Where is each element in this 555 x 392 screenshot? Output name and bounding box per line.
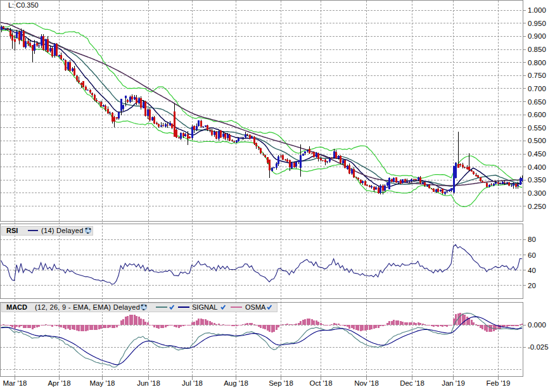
svg-text:20: 20 [528, 282, 536, 289]
svg-text:0.000: 0.000 [528, 321, 546, 329]
svg-text:Nov '18: Nov '18 [354, 379, 379, 387]
svg-text:(14) Delayed: (14) Delayed [41, 227, 84, 234]
svg-text:40: 40 [528, 267, 536, 274]
svg-text:0.600: 0.600 [528, 111, 546, 118]
svg-text:Apr '18: Apr '18 [48, 379, 70, 387]
svg-text:0.850: 0.850 [528, 46, 546, 53]
svg-text:0.450: 0.450 [528, 150, 546, 158]
svg-text:Dec '18: Dec '18 [400, 379, 424, 387]
svg-text:1.000: 1.000 [528, 6, 546, 14]
svg-text:0.500: 0.500 [528, 137, 546, 144]
svg-text:60: 60 [528, 251, 536, 259]
svg-text:0.250: 0.250 [528, 203, 546, 210]
svg-text:0.800: 0.800 [528, 59, 546, 66]
svg-text:Feb '19: Feb '19 [487, 379, 511, 387]
svg-text:0.900: 0.900 [528, 32, 546, 40]
svg-text:0.550: 0.550 [528, 124, 546, 132]
svg-text:0.350: 0.350 [528, 176, 546, 184]
svg-text:MACD: MACD [6, 303, 27, 311]
svg-text:0.950: 0.950 [528, 20, 546, 27]
svg-text:Aug '18: Aug '18 [224, 379, 248, 387]
svg-text:0.750: 0.750 [528, 72, 546, 79]
svg-text:0.650: 0.650 [528, 98, 546, 106]
svg-text:(12, 26, 9 - EMA, EMA) Delayed: (12, 26, 9 - EMA, EMA) Delayed [35, 303, 140, 311]
svg-text:Jul '18: Jul '18 [182, 379, 203, 387]
svg-text:Jun '18: Jun '18 [137, 379, 160, 387]
svg-text:RSI: RSI [6, 227, 18, 234]
svg-text:Mar '18: Mar '18 [3, 379, 27, 387]
svg-text:-0.025: -0.025 [528, 343, 549, 351]
svg-text:May '18: May '18 [90, 379, 115, 387]
svg-text:Jan '19: Jan '19 [442, 379, 465, 387]
svg-text:L: C0.350: L: C0.350 [8, 1, 39, 9]
svg-text:80: 80 [528, 236, 536, 243]
svg-text:0.300: 0.300 [528, 189, 546, 197]
svg-text:Oct '18: Oct '18 [309, 379, 332, 387]
svg-text:0.400: 0.400 [528, 163, 546, 171]
svg-text:OSMA: OSMA [245, 303, 266, 311]
svg-text:0.700: 0.700 [528, 85, 546, 92]
svg-text:SIGNAL: SIGNAL [192, 303, 217, 311]
svg-text:Sep '18: Sep '18 [269, 379, 293, 387]
